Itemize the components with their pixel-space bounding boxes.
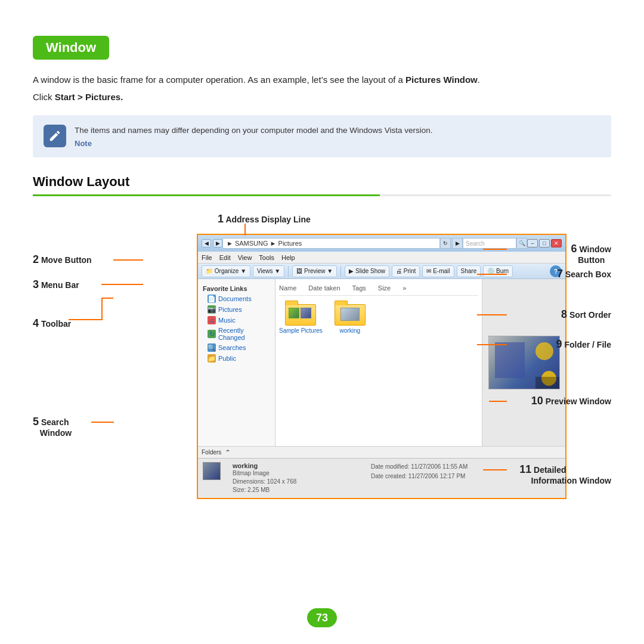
searches-icon: 🔍 (208, 343, 216, 352)
explorer-statusbar: Folders ⌃ (198, 446, 565, 458)
public-icon: 📁 (208, 354, 216, 363)
label-6: 6 Window Button (571, 243, 611, 265)
line-10 (489, 401, 507, 402)
toolbar-share[interactable]: Share (457, 265, 481, 277)
toolbar-burn[interactable]: 💿 Burn (483, 265, 513, 277)
note-text-area: The items and names may differ depending… (75, 125, 600, 148)
sidebar-searches-label: Searches (218, 344, 246, 351)
detail-filename: working (233, 462, 359, 469)
recently-changed-icon: ↻ (208, 330, 216, 338)
folders-chevron: ⌃ (225, 448, 231, 457)
line-11 (483, 469, 507, 470)
label-7: 7 Search Box (557, 268, 611, 280)
label-4: 4 Toolbar (33, 317, 71, 330)
sidebar-public-label: Public (218, 355, 236, 362)
sidebar-title: Favorite Links (198, 284, 275, 293)
toolbar-views[interactable]: Views ▼ (253, 265, 284, 277)
detail-info: working Bitmap Image Dimensions: 1024 x … (233, 462, 359, 494)
window-badge: Window (33, 36, 109, 60)
sidebar-public[interactable]: 📁 Public (198, 353, 275, 364)
detail-size: Size: 2.25 MB (233, 486, 359, 494)
line-5 (91, 422, 114, 423)
pictures-icon: 📷 (208, 305, 216, 314)
refresh-btn: ↻ (440, 238, 451, 249)
close-btn[interactable]: ✕ (551, 239, 562, 247)
detail-type: Bitmap Image (233, 469, 359, 478)
label-1: 1 Address Display Line (218, 213, 311, 225)
go-btn: ▶ (452, 238, 463, 249)
description-text: A window is the basic frame for a comput… (33, 73, 611, 87)
click-bold: Start > Pictures. (55, 92, 123, 102)
menu-file[interactable]: File (202, 254, 212, 261)
line-1-vert (244, 224, 246, 236)
folder-sample-pictures[interactable]: Sample Pictures (279, 301, 323, 334)
folder-icon-working (335, 301, 366, 326)
folder-sample-label: Sample Pictures (279, 327, 323, 334)
minimize-btn[interactable]: – (527, 239, 538, 247)
sidebar-documents-label: Documents (218, 295, 252, 302)
sidebar-searches[interactable]: 🔍 Searches (198, 342, 275, 353)
page-number: 73 (307, 608, 337, 627)
label-8: 8 Sort Order (561, 308, 611, 321)
line-4b (101, 298, 103, 319)
menu-help[interactable]: Help (281, 254, 295, 261)
line-6 (483, 249, 507, 250)
col-name: Name (279, 284, 296, 292)
sidebar-music-label: Music (218, 317, 236, 324)
sidebar-recently-changed[interactable]: ↻ Recently Changed (198, 326, 275, 342)
toolbar-slideshow[interactable]: ▶ Slide Show (345, 265, 389, 277)
line-4c (69, 319, 103, 320)
toolbar-separator-2 (340, 266, 341, 277)
explorer-titlebar: ◀ ▶ ► SAMSUNG ► Pictures ↻ ▶ Search 🔍 – … (198, 235, 565, 252)
menu-view[interactable]: View (238, 254, 252, 261)
toolbar-print[interactable]: 🖨 Print (392, 265, 420, 277)
folder-grid: Sample Pictures working (279, 301, 478, 334)
line-7 (477, 274, 507, 275)
click-prefix: Click (33, 92, 55, 102)
title-nav-buttons: ◀ ▶ (202, 239, 222, 247)
description-main: A window is the basic frame for a comput… (33, 75, 405, 85)
maximize-btn[interactable]: □ (539, 239, 550, 247)
explorer-window: ◀ ▶ ► SAMSUNG ► Pictures ↻ ▶ Search 🔍 – … (197, 234, 566, 499)
label-10: 10 Preview Window (531, 395, 611, 407)
status-folders: Folders (202, 449, 221, 456)
search-btn[interactable]: 🔍 (516, 238, 527, 249)
explorer-toolbar: 📁 Organize ▼ Views ▼ 🖼 Preview ▼ ▶ Slide… (198, 264, 565, 279)
music-icon: ♫ (208, 316, 216, 324)
menu-edit[interactable]: Edit (219, 254, 231, 261)
sidebar-recently-changed-label: Recently Changed (218, 327, 270, 341)
diagram-container: 1 Address Display Line ◀ ▶ ► SAMSUNG ► P… (33, 213, 611, 511)
col-size: Size (378, 284, 391, 292)
toolbar-separator (288, 266, 289, 277)
search-input[interactable]: Search (463, 238, 516, 249)
note-text: The items and names may differ depending… (75, 125, 600, 137)
label-9: 9 Folder / File (556, 338, 611, 351)
explorer-content-area: Name Date taken Tags Size » (275, 279, 482, 446)
sidebar-pictures-label: Pictures (218, 306, 242, 313)
col-tags: Tags (352, 284, 366, 292)
sidebar-music[interactable]: ♫ Music (198, 315, 275, 326)
explorer-main: Favorite Links 📄 Documents 📷 Pictures ♫ … (198, 279, 565, 446)
sidebar-pictures[interactable]: 📷 Pictures (198, 304, 275, 315)
folder-working-label: working (340, 327, 360, 334)
label-5: 5 Search Window (33, 416, 72, 438)
toolbar-preview[interactable]: 🖼 Preview ▼ (292, 265, 337, 277)
sidebar-documents[interactable]: 📄 Documents (198, 293, 275, 304)
explorer-preview-pane (482, 279, 565, 446)
explorer-sidebar: Favorite Links 📄 Documents 📷 Pictures ♫ … (198, 279, 275, 446)
pencil-icon (48, 129, 61, 143)
explorer-menubar: File Edit View Tools Help (198, 252, 565, 264)
label-2: 2 Move Button (33, 253, 92, 266)
toolbar-organize[interactable]: 📁 Organize ▼ (202, 265, 250, 277)
content-header: Name Date taken Tags Size » (279, 283, 478, 296)
description-end: . (478, 75, 480, 85)
menu-tools[interactable]: Tools (259, 254, 274, 261)
col-more: » (402, 284, 406, 292)
window-control-buttons: – □ ✕ (527, 239, 562, 247)
detail-thumbnail (203, 462, 221, 480)
folder-working[interactable]: working (335, 301, 366, 334)
note-icon (44, 125, 66, 147)
toolbar-email[interactable]: ✉ E-mail (422, 265, 454, 277)
label-3: 3 Menu Bar (33, 278, 79, 291)
click-instruction: Click Start > Pictures. (33, 92, 611, 102)
